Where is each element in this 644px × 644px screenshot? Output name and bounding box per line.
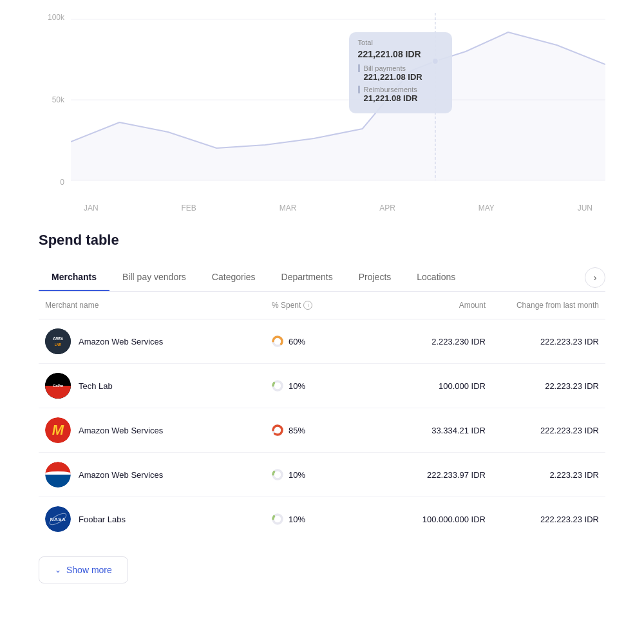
col-percent-spent: % Spent i bbox=[265, 292, 379, 319]
spend-section: Spend table Merchants Bill pay vendors C… bbox=[0, 219, 644, 609]
svg-text:LNR: LNR bbox=[55, 343, 62, 346]
merchant-name-1: Tech Lab bbox=[79, 381, 113, 391]
tab-locations[interactable]: Locations bbox=[404, 264, 468, 291]
merchant-logo-mcd: M bbox=[45, 417, 71, 443]
tab-merchants[interactable]: Merchants bbox=[39, 264, 109, 291]
x-label-mar: MAR bbox=[279, 204, 297, 213]
amount-cell-0: 2.223.230 IDR bbox=[379, 319, 492, 364]
merchant-logo-gopro: GoPro bbox=[45, 373, 71, 399]
chart-svg bbox=[71, 13, 605, 187]
x-label-may: MAY bbox=[478, 204, 495, 213]
spend-table-title: Spend table bbox=[39, 232, 605, 249]
amount-cell-3: 222.233.97 IDR bbox=[379, 453, 492, 497]
percent-value-0: 60% bbox=[289, 337, 305, 346]
change-cell-2: 222.223.23 IDR bbox=[492, 408, 605, 453]
change-cell-4: 222.223.23 IDR bbox=[492, 497, 605, 542]
col-merchant-name: Merchant name bbox=[39, 292, 265, 319]
y-label-0: 0 bbox=[60, 178, 64, 187]
tab-projects[interactable]: Projects bbox=[346, 264, 404, 291]
merchant-cell-4: NASA Foobar Labs bbox=[39, 497, 265, 542]
merchants-table: Merchant name % Spent i Amount Change fr… bbox=[39, 292, 605, 541]
x-label-apr: APR bbox=[379, 204, 395, 213]
show-more-label: Show more bbox=[66, 565, 112, 575]
percent-cell-4: 10% bbox=[265, 497, 379, 542]
table-row: M Amazon Web Services 85% 33.334.21 IDR … bbox=[39, 408, 605, 453]
merchant-cell-1: GoPro Tech Lab bbox=[39, 364, 265, 408]
svg-point-5 bbox=[432, 58, 438, 64]
svg-marker-4 bbox=[71, 32, 605, 180]
table-row: Amazon Web Services 10% 222.233.97 IDR 2… bbox=[39, 453, 605, 497]
change-cell-3: 2.223.23 IDR bbox=[492, 453, 605, 497]
merchant-logo-aws: AWS LNR bbox=[45, 328, 71, 354]
tab-categories[interactable]: Categories bbox=[199, 264, 269, 291]
merchant-name-2: Amazon Web Services bbox=[79, 426, 163, 435]
merchant-cell-2: M Amazon Web Services bbox=[39, 408, 265, 453]
percent-value-1: 10% bbox=[289, 381, 305, 391]
tab-departments[interactable]: Departments bbox=[269, 264, 346, 291]
donut-chart-icon bbox=[272, 380, 283, 392]
x-label-jun: JUN bbox=[578, 204, 592, 213]
change-cell-1: 22.223.23 IDR bbox=[492, 364, 605, 408]
amount-cell-2: 33.334.21 IDR bbox=[379, 408, 492, 453]
y-label-100k: 100k bbox=[48, 13, 64, 22]
percent-cell-3: 10% bbox=[265, 453, 379, 497]
col-amount: Amount bbox=[379, 292, 492, 319]
x-label-jan: JAN bbox=[84, 204, 99, 213]
chart-area: 100k 50k 0 Total bbox=[39, 13, 605, 213]
percent-value-2: 85% bbox=[289, 426, 305, 435]
svg-rect-6 bbox=[45, 328, 71, 354]
amount-cell-1: 100.000 IDR bbox=[379, 364, 492, 408]
merchant-name-4: Foobar Labs bbox=[79, 515, 126, 524]
show-more-button[interactable]: ⌄ Show more bbox=[39, 556, 128, 583]
chart-section: 100k 50k 0 Total bbox=[0, 0, 644, 219]
merchant-name-3: Amazon Web Services bbox=[79, 470, 163, 480]
table-row: GoPro Tech Lab 10% 100.000 IDR 22.223.23… bbox=[39, 364, 605, 408]
merchant-logo-pepsi bbox=[45, 462, 71, 488]
merchant-logo-nasa: NASA bbox=[45, 506, 71, 532]
tab-bill-pay-vendors[interactable]: Bill pay vendors bbox=[109, 264, 199, 291]
tabs-next-arrow[interactable]: › bbox=[585, 267, 605, 288]
donut-chart-icon bbox=[272, 336, 283, 347]
merchant-name-0: Amazon Web Services bbox=[79, 337, 163, 346]
percent-cell-1: 10% bbox=[265, 364, 379, 408]
spend-tabs: Merchants Bill pay vendors Categories De… bbox=[39, 264, 605, 292]
svg-point-14 bbox=[273, 426, 282, 435]
table-row: NASA Foobar Labs 10% 100.000.000 IDR 222… bbox=[39, 497, 605, 542]
percent-cell-2: 85% bbox=[265, 408, 379, 453]
chevron-down-icon: ⌄ bbox=[55, 565, 61, 574]
percent-value-3: 10% bbox=[289, 470, 305, 480]
chart-svg-container: Total 221,221.08 IDR Bill payments 221,2… bbox=[71, 13, 605, 187]
merchant-cell-0: AWS LNR Amazon Web Services bbox=[39, 319, 265, 364]
y-label-50k: 50k bbox=[52, 95, 64, 104]
percent-info-icon[interactable]: i bbox=[303, 301, 312, 310]
chart-x-axis: JAN FEB MAR APR MAY JUN bbox=[71, 204, 605, 213]
donut-chart-icon bbox=[272, 513, 283, 525]
chart-y-axis: 100k 50k 0 bbox=[39, 13, 71, 187]
percent-value-4: 10% bbox=[289, 515, 305, 524]
x-label-feb: FEB bbox=[182, 204, 196, 213]
donut-chart-icon bbox=[272, 424, 283, 436]
amount-cell-4: 100.000.000 IDR bbox=[379, 497, 492, 542]
merchant-cell-3: Amazon Web Services bbox=[39, 453, 265, 497]
change-cell-0: 222.223.23 IDR bbox=[492, 319, 605, 364]
col-change: Change from last month bbox=[492, 292, 605, 319]
svg-text:AWS: AWS bbox=[53, 336, 63, 341]
table-row: AWS LNR Amazon Web Services 60% 2.223.23… bbox=[39, 319, 605, 364]
donut-chart-icon bbox=[272, 469, 283, 480]
percent-cell-0: 60% bbox=[265, 319, 379, 364]
